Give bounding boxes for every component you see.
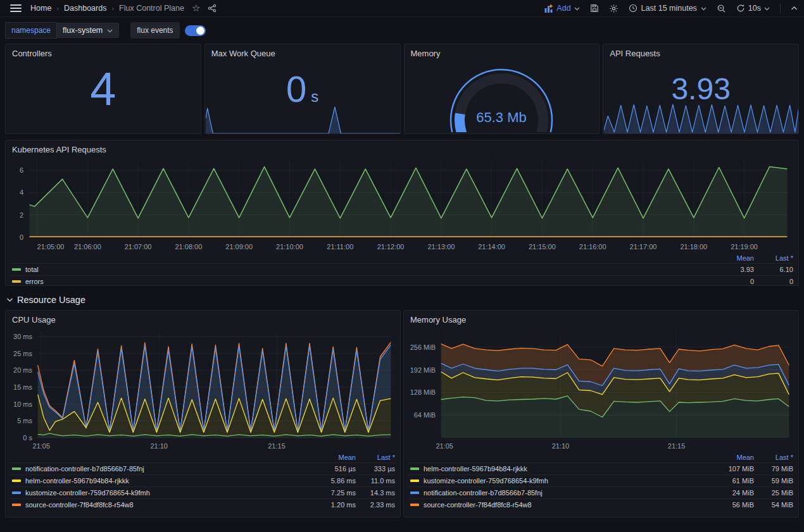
series-name[interactable]: errors <box>25 278 715 285</box>
series-name[interactable]: helm-controller-5967b94b84-rjkkk <box>25 477 317 485</box>
series-name[interactable]: source-controller-7f84df8fc8-r54w8 <box>424 501 715 509</box>
legend-row: source-controller-7f84df8fc8-r54w8 56 Mi… <box>409 498 793 510</box>
series-name[interactable]: kustomize-controller-759d768654-k9fmh <box>424 477 715 485</box>
legend-col-last[interactable]: Last * <box>356 454 395 461</box>
series-name[interactable]: notification-controller-b7d8566b7-85fnj <box>424 489 715 497</box>
memory-gauge: 65.3 Mb <box>441 58 562 132</box>
series-name[interactable]: total <box>25 266 715 273</box>
panel-title[interactable]: CPU Usage <box>6 311 400 326</box>
series-mean: 56 MiB <box>715 501 754 509</box>
menu-icon[interactable] <box>10 4 22 12</box>
series-name[interactable]: helm-controller-5967b94b84-rjkkk <box>424 465 715 473</box>
legend-row: notification-controller-b7d8566b7-85fnj … <box>11 462 395 474</box>
share-icon[interactable] <box>208 4 217 13</box>
series-name[interactable]: kustomize-controller-759d768654-k9fmh <box>25 489 317 497</box>
legend-row: source-controller-7f84df8fc8-r54w8 1.20 … <box>11 498 395 510</box>
svg-text:21:13:00: 21:13:00 <box>427 243 455 251</box>
series-name[interactable]: notification-controller-b7d8566b7-85fnj <box>25 465 317 473</box>
flux-events-label: flux events <box>130 22 179 39</box>
dashboard-controls: namespace flux-system flux events <box>0 17 804 42</box>
svg-text:64 MiB: 64 MiB <box>414 411 436 419</box>
chevron-down-icon <box>574 6 580 11</box>
legend-col-last[interactable]: Last * <box>754 454 793 461</box>
svg-text:21:16:00: 21:16:00 <box>579 243 606 251</box>
svg-text:21:05:00: 21:05:00 <box>37 243 65 251</box>
series-swatch <box>12 268 21 271</box>
panel-title[interactable]: Memory Usage <box>404 311 798 326</box>
chevron-down-icon <box>764 6 770 11</box>
legend-col-mean[interactable]: Mean <box>715 454 754 461</box>
svg-text:21:10: 21:10 <box>150 442 168 450</box>
panel-cpu-usage: CPU Usage 0 s5 ms10 ms15 ms20 ms25 ms30 … <box>5 310 401 517</box>
refresh-picker[interactable]: 10s <box>736 4 770 13</box>
svg-text:21:12:00: 21:12:00 <box>377 243 405 251</box>
section-title: Resource Usage <box>17 295 85 305</box>
memory-usage-chart[interactable]: 64 MiB128 MiB192 MiB256 MiB21:0521:1021:… <box>404 326 797 452</box>
star-icon[interactable]: ☆ <box>192 3 200 14</box>
legend-col-mean[interactable]: Mean <box>715 254 754 262</box>
namespace-variable-label[interactable]: namespace <box>5 22 57 39</box>
series-name[interactable]: source-controller-7f84df8fc8-r54w8 <box>25 501 317 509</box>
namespace-variable-select[interactable]: flux-system <box>57 23 119 38</box>
legend-row: errors 0 0 <box>11 275 793 286</box>
add-button[interactable]: Add <box>544 4 579 13</box>
add-label: Add <box>556 4 570 13</box>
svg-text:21:10: 21:10 <box>552 442 570 450</box>
save-dashboard-icon[interactable] <box>590 4 599 13</box>
legend-col-mean[interactable]: Mean <box>317 454 356 461</box>
legend-row: total 3.93 6.10 <box>11 263 793 275</box>
svg-text:2: 2 <box>20 211 23 219</box>
kiosk-chevron-up-icon[interactable] <box>791 6 798 11</box>
svg-text:128 MiB: 128 MiB <box>410 388 436 396</box>
svg-text:21:07:00: 21:07:00 <box>125 243 152 251</box>
flux-events-toggle[interactable] <box>185 25 206 36</box>
svg-text:21:09:00: 21:09:00 <box>225 243 253 251</box>
series-last: 2.33 ms <box>356 501 395 509</box>
svg-text:0 s: 0 s <box>23 434 32 442</box>
series-mean: 7.25 ms <box>317 489 356 497</box>
legend-col-last[interactable]: Last * <box>754 254 793 262</box>
legend-row: helm-controller-5967b94b84-rjkkk 5.86 ms… <box>11 474 395 486</box>
svg-text:21:19:00: 21:19:00 <box>731 243 758 251</box>
legend-row: kustomize-controller-759d768654-k9fmh 61… <box>409 474 793 486</box>
svg-text:6: 6 <box>20 166 23 174</box>
series-swatch <box>12 492 21 494</box>
cpu-usage-chart[interactable]: 0 s5 ms10 ms15 ms20 ms25 ms30 ms21:0521:… <box>6 326 399 452</box>
chevron-right-icon: › <box>56 4 59 12</box>
breadcrumb-current: Flux Control Plane <box>119 4 184 13</box>
settings-gear-icon[interactable] <box>609 4 619 13</box>
svg-text:20 ms: 20 ms <box>13 366 32 374</box>
svg-text:0: 0 <box>20 233 23 241</box>
series-swatch <box>12 467 21 470</box>
svg-text:21:10:00: 21:10:00 <box>276 243 303 251</box>
graph-plus-icon <box>544 4 553 13</box>
series-swatch <box>410 479 419 482</box>
series-mean: 61 MiB <box>715 477 754 485</box>
panel-memory-usage: Memory Usage 64 MiB128 MiB192 MiB256 MiB… <box>403 310 799 517</box>
top-nav-bar: Home › Dashboards › Flux Control Plane ☆… <box>0 0 804 17</box>
series-last: 6.10 <box>754 266 793 273</box>
memory-legend: Mean Last * helm-controller-5967b94b84-r… <box>404 452 798 512</box>
panel-kubernetes-api-requests: Kubernetes API Requests 024621:05:0021:0… <box>5 140 799 286</box>
panel-title[interactable]: Kubernetes API Requests <box>6 140 798 156</box>
series-mean: 516 µs <box>317 465 356 473</box>
series-last: 54 MiB <box>754 501 793 509</box>
k8s-api-requests-chart[interactable]: 024621:05:0021:06:0021:07:0021:08:0021:0… <box>6 156 797 252</box>
breadcrumb-dashboards[interactable]: Dashboards <box>64 4 106 13</box>
panel-memory-gauge: Memory 65.3 Mb <box>404 44 600 134</box>
time-range-picker[interactable]: Last 15 minutes <box>629 4 707 13</box>
series-last: 59 MiB <box>754 477 793 485</box>
svg-text:5 ms: 5 ms <box>17 417 32 424</box>
svg-text:30 ms: 30 ms <box>13 333 32 340</box>
svg-text:21:05: 21:05 <box>33 442 51 450</box>
breadcrumb-home[interactable]: Home <box>30 4 51 13</box>
svg-text:21:08:00: 21:08:00 <box>175 243 202 251</box>
memory-gauge-value: 65.3 Mb <box>477 109 527 125</box>
row-resource-usage[interactable]: Resource Usage <box>0 286 804 310</box>
series-mean: 5.86 ms <box>317 477 356 485</box>
chevron-down-icon <box>701 6 707 11</box>
svg-text:21:15: 21:15 <box>668 442 686 450</box>
zoom-out-icon[interactable] <box>717 4 726 13</box>
controllers-stat-value: 4 <box>90 62 116 116</box>
svg-text:192 MiB: 192 MiB <box>410 366 436 374</box>
